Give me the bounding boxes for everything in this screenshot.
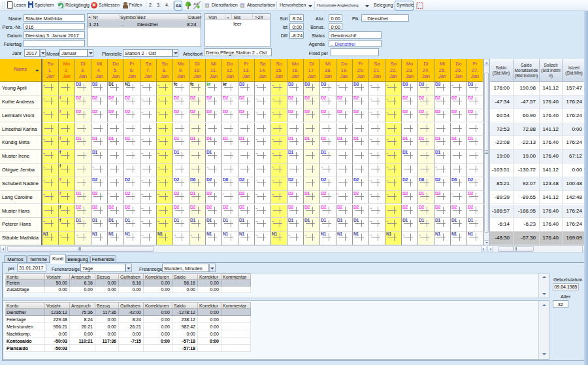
svg-text:AA: AA [193,2,199,6]
